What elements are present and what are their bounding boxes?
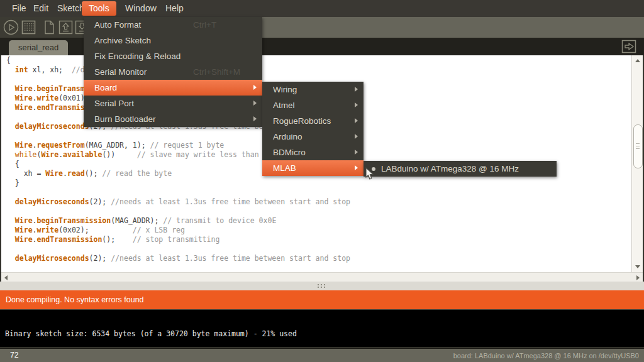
menu-item-label: Archive Sketch — [94, 36, 151, 45]
menu-item-label: RogueRobotics — [273, 116, 331, 126]
code-line: delayMicroseconds(2); //needs at least 1… — [6, 254, 350, 263]
editor-horizontal-scrollbar[interactable] — [1, 272, 643, 282]
menubar: FileEditSketchToolsWindowHelp — [0, 0, 644, 17]
menubar-item-window[interactable]: Window — [118, 0, 164, 17]
menu-item-label: Wiring — [273, 85, 297, 94]
board-port-indicator: board: LABduino w/ ATmega328 @ 16 MHz on… — [453, 352, 639, 359]
submenu-arrow-icon — [355, 150, 358, 155]
toolbar-button-area — [0, 17, 92, 38]
scroll-up-arrow-icon[interactable] — [635, 59, 640, 62]
menu-item-label: Board — [94, 83, 117, 92]
menubar-item-help[interactable]: Help — [158, 0, 191, 17]
menu-item-label: MLAB — [273, 163, 296, 173]
code-line: } — [6, 178, 350, 188]
menu-item-serial-port[interactable]: Serial Port — [84, 96, 262, 111]
board-submenu: WiringAtmelRogueRoboticsArduinoBDMicroML… — [262, 82, 364, 176]
code-line — [6, 188, 350, 197]
code-line — [6, 244, 350, 254]
console-text: Binary sketch size: 6534 bytes (of a 307… — [5, 329, 297, 338]
tools-menu: Auto FormatCtrl+TArchive SketchFix Encod… — [84, 17, 262, 127]
submenu-arrow-icon — [355, 102, 358, 107]
scroll-left-arrow-icon[interactable] — [4, 275, 8, 280]
status-message-bar: Done compiling. No syntax errors found — [0, 290, 644, 309]
code-line: Wire.endTransmission(); // stop transmit… — [6, 235, 350, 244]
menu-item-atmel[interactable]: Atmel — [262, 97, 364, 113]
submenu-arrow-icon — [355, 165, 358, 170]
menu-item-burn-bootloader[interactable]: Burn Bootloader — [84, 111, 262, 127]
menu-item-arduino[interactable]: Arduino — [262, 129, 364, 145]
code-line: Wire.beginTransmission(MAG_ADDR); // tra… — [6, 216, 350, 226]
tab-menu-arrow-icon[interactable] — [621, 40, 636, 53]
scroll-right-arrow-icon[interactable] — [636, 275, 640, 280]
submenu-arrow-icon — [253, 85, 257, 90]
window-left-edge — [0, 55, 1, 290]
scrollbar-thumb[interactable] — [633, 124, 643, 168]
menu-item-shortcut: Ctrl+Shift+M — [193, 64, 240, 80]
menu-item-label: Serial Monitor — [94, 67, 147, 77]
menu-item-archive-sketch[interactable]: Archive Sketch — [84, 33, 262, 48]
menu-item-roguerobotics[interactable]: RogueRobotics — [262, 113, 364, 129]
code-line: delayMicroseconds(2); //needs at least 1… — [6, 197, 350, 207]
menu-item-label: Atmel — [273, 101, 295, 110]
menu-item-serial-monitor[interactable]: Serial MonitorCtrl+Shift+M — [84, 64, 262, 80]
code-line: Wire.write(0x02); // x LSB reg — [6, 226, 350, 235]
tab-serial-read[interactable]: serial_read — [9, 40, 68, 55]
submenu-arrow-icon — [355, 118, 358, 123]
menu-item-board[interactable]: Board — [84, 80, 262, 96]
footer-status-bar: 72 board: LABduino w/ ATmega328 @ 16 MHz… — [0, 348, 644, 362]
submenu-arrow-icon — [355, 134, 358, 139]
open-sketch-icon[interactable] — [58, 19, 74, 35]
mouse-cursor-icon — [365, 167, 375, 181]
verify-icon[interactable] — [3, 19, 19, 35]
menubar-item-tools[interactable]: Tools — [82, 1, 116, 16]
menu-item-label: Auto Format — [94, 20, 141, 30]
submenu-arrow-icon — [253, 116, 257, 121]
menu-item-label: Arduino — [273, 132, 303, 141]
submenu-arrow-icon — [355, 87, 358, 92]
menu-item-shortcut: Ctrl+T — [193, 17, 216, 33]
submenu-arrow-icon — [253, 101, 257, 106]
menu-item-label: LABduino w/ ATmega328 @ 16 MHz — [381, 164, 519, 173]
menu-item-label: Serial Port — [94, 99, 134, 108]
menu-item-labduino-w-atmega328-16-mhz[interactable]: LABduino w/ ATmega328 @ 16 MHz — [364, 161, 557, 177]
menu-item-label: Burn Bootloader — [94, 114, 156, 124]
menu-item-bdmicro[interactable]: BDMicro — [262, 145, 364, 160]
menu-item-label: Fix Encoding & Reload — [94, 52, 180, 61]
menu-item-wiring[interactable]: Wiring — [262, 82, 364, 97]
console-output: Binary sketch size: 6534 bytes (of a 307… — [0, 309, 644, 348]
line-number-indicator: 72 — [10, 351, 18, 359]
menu-item-label: BDMicro — [273, 148, 306, 157]
new-sketch-icon[interactable] — [42, 19, 57, 35]
menu-item-auto-format[interactable]: Auto FormatCtrl+T — [84, 17, 262, 33]
scroll-down-arrow-icon[interactable] — [635, 265, 640, 268]
menu-item-mlab[interactable]: MLAB — [262, 160, 364, 176]
code-line — [6, 207, 350, 216]
mlab-submenu: LABduino w/ ATmega328 @ 16 MHz — [364, 161, 557, 177]
stop-icon[interactable] — [21, 19, 36, 35]
pane-splitter[interactable] — [0, 282, 644, 290]
editor-vertical-scrollbar[interactable] — [631, 55, 643, 272]
menu-item-fix-encoding-reload[interactable]: Fix Encoding & Reload — [84, 48, 262, 64]
